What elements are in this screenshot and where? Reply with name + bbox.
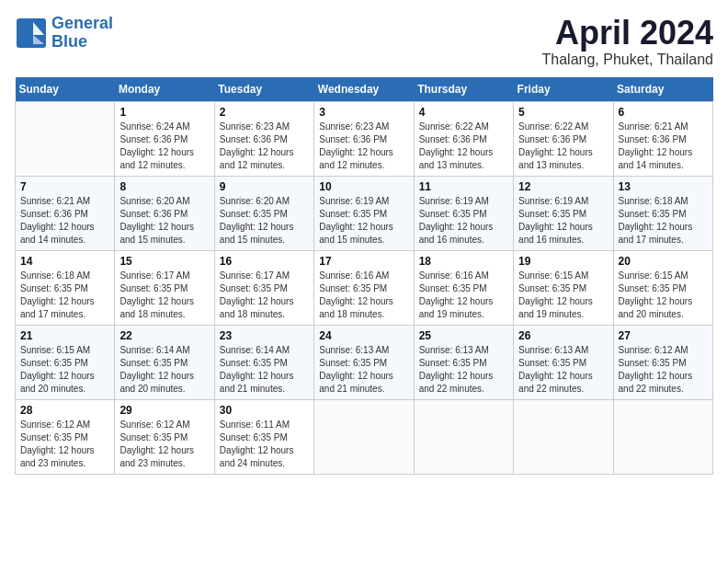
logo-icon	[15, 17, 48, 50]
calendar-cell: 4Sunrise: 6:22 AM Sunset: 6:36 PM Daylig…	[414, 101, 513, 176]
calendar-cell: 15Sunrise: 6:17 AM Sunset: 6:35 PM Dayli…	[115, 250, 214, 325]
calendar-cell	[414, 399, 513, 474]
day-number: 7	[20, 180, 109, 193]
calendar-cell: 1Sunrise: 6:24 AM Sunset: 6:36 PM Daylig…	[115, 101, 214, 176]
day-info: Sunrise: 6:12 AM Sunset: 6:35 PM Dayligh…	[20, 419, 109, 470]
logo: General Blue	[15, 15, 113, 52]
day-info: Sunrise: 6:22 AM Sunset: 6:36 PM Dayligh…	[518, 121, 608, 172]
day-info: Sunrise: 6:24 AM Sunset: 6:36 PM Dayligh…	[119, 121, 209, 172]
day-number: 30	[220, 404, 309, 417]
day-number: 8	[119, 180, 209, 193]
calendar-cell: 22Sunrise: 6:14 AM Sunset: 6:35 PM Dayli…	[115, 325, 214, 399]
day-number: 11	[419, 180, 508, 193]
calendar-cell: 12Sunrise: 6:19 AM Sunset: 6:35 PM Dayli…	[514, 176, 613, 250]
calendar-cell: 7Sunrise: 6:21 AM Sunset: 6:36 PM Daylig…	[16, 176, 115, 250]
calendar-cell	[514, 399, 613, 474]
day-number: 1	[119, 106, 209, 119]
day-number: 28	[20, 404, 109, 417]
calendar-cell: 8Sunrise: 6:20 AM Sunset: 6:36 PM Daylig…	[115, 176, 214, 250]
calendar-cell: 26Sunrise: 6:13 AM Sunset: 6:35 PM Dayli…	[514, 325, 613, 399]
day-number: 10	[319, 180, 408, 193]
day-number: 23	[220, 329, 309, 342]
calendar-cell: 11Sunrise: 6:19 AM Sunset: 6:35 PM Dayli…	[414, 176, 513, 250]
day-info: Sunrise: 6:13 AM Sunset: 6:35 PM Dayligh…	[419, 344, 508, 396]
day-number: 24	[319, 329, 408, 342]
calendar-cell	[16, 101, 115, 176]
calendar-cell: 17Sunrise: 6:16 AM Sunset: 6:35 PM Dayli…	[314, 250, 414, 325]
weekday-header: Tuesday	[214, 77, 313, 102]
day-info: Sunrise: 6:12 AM Sunset: 6:35 PM Dayligh…	[119, 419, 209, 470]
calendar-cell: 21Sunrise: 6:15 AM Sunset: 6:35 PM Dayli…	[16, 325, 115, 399]
weekday-header: Wednesday	[314, 77, 414, 102]
day-number: 16	[220, 255, 309, 268]
day-info: Sunrise: 6:18 AM Sunset: 6:35 PM Dayligh…	[20, 270, 109, 321]
day-number: 4	[419, 106, 508, 119]
day-info: Sunrise: 6:19 AM Sunset: 6:35 PM Dayligh…	[419, 195, 508, 247]
calendar-cell: 24Sunrise: 6:13 AM Sunset: 6:35 PM Dayli…	[314, 325, 414, 399]
day-number: 2	[220, 106, 309, 119]
day-info: Sunrise: 6:12 AM Sunset: 6:35 PM Dayligh…	[619, 344, 708, 396]
day-number: 12	[518, 180, 608, 193]
day-number: 29	[119, 404, 209, 417]
calendar-cell: 9Sunrise: 6:20 AM Sunset: 6:35 PM Daylig…	[214, 176, 313, 250]
calendar-cell: 5Sunrise: 6:22 AM Sunset: 6:36 PM Daylig…	[514, 101, 613, 176]
weekday-header: Thursday	[414, 77, 513, 102]
day-number: 6	[619, 106, 708, 119]
day-number: 13	[619, 180, 708, 193]
calendar-cell: 27Sunrise: 6:12 AM Sunset: 6:35 PM Dayli…	[613, 325, 712, 399]
day-info: Sunrise: 6:14 AM Sunset: 6:35 PM Dayligh…	[220, 344, 309, 396]
weekday-header: Friday	[514, 77, 613, 102]
day-info: Sunrise: 6:20 AM Sunset: 6:36 PM Dayligh…	[119, 195, 209, 247]
day-number: 18	[419, 255, 508, 268]
day-number: 3	[319, 106, 408, 119]
day-info: Sunrise: 6:15 AM Sunset: 6:35 PM Dayligh…	[518, 270, 608, 321]
calendar-cell: 29Sunrise: 6:12 AM Sunset: 6:35 PM Dayli…	[115, 399, 214, 474]
day-number: 26	[518, 329, 608, 342]
day-info: Sunrise: 6:19 AM Sunset: 6:35 PM Dayligh…	[518, 195, 608, 247]
calendar-cell: 13Sunrise: 6:18 AM Sunset: 6:35 PM Dayli…	[613, 176, 712, 250]
day-number: 19	[518, 255, 608, 268]
day-info: Sunrise: 6:19 AM Sunset: 6:35 PM Dayligh…	[319, 195, 408, 247]
calendar-cell: 18Sunrise: 6:16 AM Sunset: 6:35 PM Dayli…	[414, 250, 513, 325]
day-info: Sunrise: 6:22 AM Sunset: 6:36 PM Dayligh…	[419, 121, 508, 172]
weekday-header: Sunday	[16, 77, 115, 102]
calendar-cell: 28Sunrise: 6:12 AM Sunset: 6:35 PM Dayli…	[16, 399, 115, 474]
day-info: Sunrise: 6:13 AM Sunset: 6:35 PM Dayligh…	[518, 344, 608, 396]
day-info: Sunrise: 6:11 AM Sunset: 6:35 PM Dayligh…	[220, 419, 309, 470]
weekday-header: Monday	[115, 77, 214, 102]
title-block: April 2024 Thalang, Phuket, Thailand	[542, 15, 714, 68]
month-title: April 2024	[542, 15, 714, 52]
day-info: Sunrise: 6:14 AM Sunset: 6:35 PM Dayligh…	[119, 344, 209, 396]
day-info: Sunrise: 6:18 AM Sunset: 6:35 PM Dayligh…	[619, 195, 708, 247]
day-number: 17	[319, 255, 408, 268]
calendar-cell: 6Sunrise: 6:21 AM Sunset: 6:36 PM Daylig…	[613, 101, 712, 176]
day-info: Sunrise: 6:17 AM Sunset: 6:35 PM Dayligh…	[119, 270, 209, 321]
day-info: Sunrise: 6:17 AM Sunset: 6:35 PM Dayligh…	[220, 270, 309, 321]
calendar-cell: 25Sunrise: 6:13 AM Sunset: 6:35 PM Dayli…	[414, 325, 513, 399]
day-number: 15	[119, 255, 209, 268]
calendar-cell: 16Sunrise: 6:17 AM Sunset: 6:35 PM Dayli…	[214, 250, 313, 325]
day-info: Sunrise: 6:16 AM Sunset: 6:35 PM Dayligh…	[319, 270, 408, 321]
calendar-cell	[314, 399, 414, 474]
calendar-cell: 2Sunrise: 6:23 AM Sunset: 6:36 PM Daylig…	[214, 101, 313, 176]
day-info: Sunrise: 6:21 AM Sunset: 6:36 PM Dayligh…	[20, 195, 109, 247]
calendar-cell: 3Sunrise: 6:23 AM Sunset: 6:36 PM Daylig…	[314, 101, 414, 176]
day-number: 22	[119, 329, 209, 342]
day-number: 27	[619, 329, 708, 342]
calendar-cell	[613, 399, 712, 474]
calendar-cell: 14Sunrise: 6:18 AM Sunset: 6:35 PM Dayli…	[16, 250, 115, 325]
day-info: Sunrise: 6:23 AM Sunset: 6:36 PM Dayligh…	[220, 121, 309, 172]
day-info: Sunrise: 6:13 AM Sunset: 6:35 PM Dayligh…	[319, 344, 408, 396]
weekday-header: Saturday	[613, 77, 712, 102]
calendar-cell: 10Sunrise: 6:19 AM Sunset: 6:35 PM Dayli…	[314, 176, 414, 250]
day-number: 25	[419, 329, 508, 342]
day-number: 20	[619, 255, 708, 268]
calendar-cell: 20Sunrise: 6:15 AM Sunset: 6:35 PM Dayli…	[613, 250, 712, 325]
calendar-cell: 30Sunrise: 6:11 AM Sunset: 6:35 PM Dayli…	[214, 399, 313, 474]
day-number: 21	[20, 329, 109, 342]
calendar-cell: 19Sunrise: 6:15 AM Sunset: 6:35 PM Dayli…	[514, 250, 613, 325]
day-info: Sunrise: 6:15 AM Sunset: 6:35 PM Dayligh…	[619, 270, 708, 321]
day-number: 9	[220, 180, 309, 193]
day-number: 5	[518, 106, 608, 119]
logo-text: General Blue	[51, 15, 113, 52]
